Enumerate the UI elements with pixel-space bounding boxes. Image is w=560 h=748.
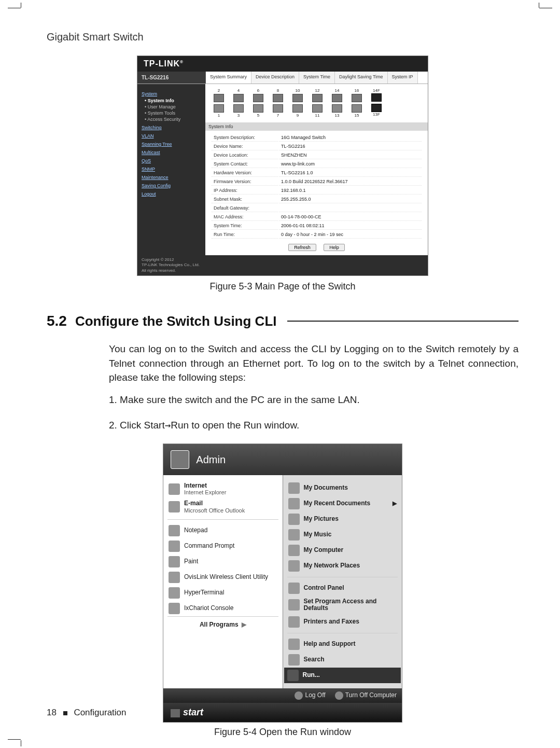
port-icon[interactable] (253, 104, 263, 113)
port-icon[interactable] (312, 94, 323, 102)
sidebar-item[interactable]: • System Tools (145, 110, 201, 116)
switch-tab[interactable]: Daylight Saving Time (335, 72, 388, 84)
start-menu-item[interactable]: My Network Places (287, 558, 398, 574)
start-menu-item[interactable]: My Recent Documents▶ (287, 496, 398, 511)
port-icon[interactable] (352, 94, 362, 102)
crop-marks-top (0, 8, 560, 9)
start-menu-item[interactable]: My Documents (287, 480, 398, 496)
start-menu-item[interactable]: Help and Support (287, 636, 398, 652)
taskbar-start-button[interactable]: start (163, 703, 402, 722)
sidebar-section[interactable]: System (142, 91, 201, 96)
table-row: Subnet Mask:255.255.255.0 (212, 196, 422, 203)
turnoff-button[interactable]: Turn Off Computer (335, 691, 397, 700)
port-icon[interactable] (332, 104, 342, 113)
step-1: 1. Make sure the switch and the PC are i… (109, 392, 519, 407)
sidebar-item[interactable]: • System Info (145, 98, 201, 103)
power-icon (335, 691, 343, 700)
port-icon[interactable] (352, 104, 362, 113)
folder-icon (288, 498, 300, 509)
start-menu-item[interactable]: Search (287, 652, 398, 668)
start-menu-item[interactable]: Set Program Access and Defaults (287, 596, 398, 615)
start-menu-item[interactable]: Printers and Faxes (287, 614, 398, 630)
sidebar-section[interactable]: Maintenance (142, 175, 201, 180)
logoff-icon (295, 691, 303, 700)
port-icon[interactable] (253, 94, 263, 102)
sidebar-section[interactable]: Saving Config (142, 183, 201, 188)
program-icon (169, 525, 180, 536)
sidebar-section[interactable]: VLAN (142, 133, 201, 138)
table-row: Device Location:SHENZHEN (212, 151, 422, 159)
switch-sidebar: System• System Info• User Manage• System… (137, 84, 205, 255)
start-menu-item[interactable]: IxChariot Console (167, 601, 278, 616)
table-row: Default Gateway: (212, 204, 422, 212)
port-icon[interactable] (233, 104, 244, 113)
sfp-port-icon[interactable] (371, 93, 382, 102)
start-menu-item[interactable]: My Computer (287, 543, 398, 558)
sidebar-section[interactable]: SNMP (142, 167, 201, 172)
start-menu-item[interactable]: InternetInternet Explorer (167, 480, 278, 498)
sidebar-item[interactable]: • User Manage (145, 104, 201, 109)
start-menu-right: My DocumentsMy Recent Documents▶My Pictu… (283, 475, 402, 689)
start-menu-item[interactable]: Command Prompt (167, 538, 278, 554)
program-icon (169, 603, 180, 614)
sidebar-section[interactable]: Spanning Tree (142, 142, 201, 147)
section-title: Configure the Switch Using CLI (75, 313, 277, 329)
switch-tab[interactable]: System IP (388, 72, 418, 84)
start-menu-item[interactable]: HyperTerminal (167, 585, 278, 601)
switch-tab[interactable]: System Summary (206, 72, 251, 84)
all-programs-button[interactable]: All Programs▶ (167, 616, 278, 632)
port-icon[interactable] (214, 94, 224, 102)
crop-marks-bottom (0, 739, 560, 740)
sysinfo-heading: System Info (205, 122, 428, 131)
sidebar-item[interactable]: • Access Security (145, 117, 201, 122)
table-row: System Contact:www.tp-link.com (212, 160, 422, 168)
sfp-port-icon[interactable] (371, 104, 382, 112)
port-icon[interactable] (214, 104, 224, 113)
help-button[interactable]: Help (324, 244, 345, 251)
switch-tab[interactable]: Device Description (251, 72, 299, 84)
user-avatar-icon (171, 450, 189, 469)
sidebar-section[interactable]: Multicast (142, 150, 201, 155)
program-icon (169, 541, 180, 552)
program-icon (169, 572, 180, 583)
table-row: Firmware Version:1.0.0 Build 20126522 Re… (212, 178, 422, 186)
port-icon[interactable] (273, 94, 283, 102)
start-menu-item[interactable]: Notepad (167, 523, 278, 538)
run-menu-item[interactable]: Run... (284, 668, 401, 683)
table-row: Hardware Version:TL-SG2216 1.0 (212, 169, 422, 177)
figure-5-4-start-menu: Admin InternetInternet ExplorerE-mailMic… (163, 444, 402, 723)
switch-brand: TP-LINK® (137, 56, 428, 72)
program-icon (169, 501, 180, 512)
section-heading: 5.2 Configure the Switch Using CLI (47, 313, 519, 329)
figure-5-3-switch-ui: TP-LINK® TL-SG2216 System SummaryDevice … (137, 56, 428, 276)
port-icon[interactable] (332, 94, 342, 102)
start-menu-item[interactable]: Paint (167, 554, 278, 570)
table-row: IP Address:192.168.0.1 (212, 187, 422, 195)
sysinfo-table: System Description:16G Managed SwitchDev… (211, 133, 423, 240)
table-row: System Time:2006-01-01 08:02:11 (212, 222, 422, 230)
sidebar-section[interactable]: QoS (142, 158, 201, 163)
sidebar-section[interactable]: Logout (142, 191, 201, 197)
port-icon[interactable] (292, 104, 303, 113)
page-number: 18 (47, 708, 57, 717)
port-icon[interactable] (233, 94, 244, 102)
port-icon[interactable] (273, 104, 283, 113)
start-menu-item[interactable]: OvisLink Wireless Client Utility (167, 570, 278, 585)
logoff-button[interactable]: Log Off (295, 691, 325, 700)
refresh-button[interactable]: Refresh (288, 244, 316, 251)
sidebar-section[interactable]: Switching (142, 125, 201, 130)
figure-5-3-caption: Figure 5-3 Main Page of the Switch (47, 281, 519, 292)
chevron-right-icon: ▶ (393, 500, 397, 507)
footer-section: Configuration (74, 708, 126, 717)
windows-flag-icon (171, 709, 180, 717)
start-menu-bottom: Log Off Turn Off Computer (163, 688, 402, 703)
port-icon[interactable] (292, 94, 303, 102)
start-menu-item[interactable]: E-mailMicrosoft Office Outlook (167, 498, 278, 516)
start-menu-item[interactable]: My Pictures (287, 511, 398, 527)
start-menu-item[interactable]: Control Panel (287, 580, 398, 596)
start-menu-item[interactable]: My Music (287, 527, 398, 543)
folder-icon (288, 654, 300, 666)
port-icon[interactable] (312, 104, 323, 113)
figure-5-4-caption: Figure 5-4 Open the Run window (47, 727, 519, 738)
switch-tab[interactable]: System Time (299, 72, 335, 84)
